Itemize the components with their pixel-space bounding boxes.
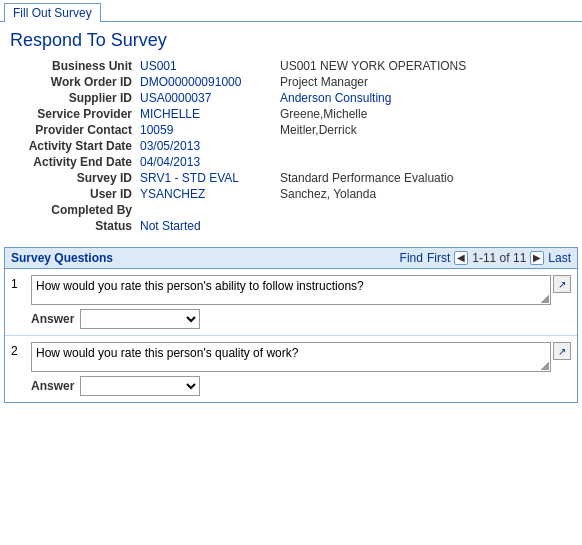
resize-handle[interactable] <box>541 362 549 370</box>
form-field-right-value: Greene,Michelle <box>280 107 367 121</box>
form-row: Completed By <box>10 203 572 217</box>
form-row: Provider Contact10059Meitler,Derrick <box>10 123 572 137</box>
form-field-right-value: Project Manager <box>280 75 368 89</box>
last-link[interactable]: Last <box>548 251 571 265</box>
form-field-right-value: US001 NEW YORK OPERATIONS <box>280 59 466 73</box>
form-field-label: Work Order ID <box>10 75 140 89</box>
survey-section: Survey Questions Find First ◀ 1-11 of 11… <box>4 247 578 403</box>
answer-select[interactable] <box>80 376 200 396</box>
next-arrow[interactable]: ▶ <box>530 251 544 265</box>
form-row: Business UnitUS001US001 NEW YORK OPERATI… <box>10 59 572 73</box>
form-row: Supplier IDUSA0000037Anderson Consulting <box>10 91 572 105</box>
answer-select[interactable] <box>80 309 200 329</box>
form-field-right-value: Anderson Consulting <box>280 91 391 105</box>
form-row: Activity End Date04/04/2013 <box>10 155 572 169</box>
form-field-label: Activity Start Date <box>10 139 140 153</box>
answer-label: Answer <box>31 312 74 326</box>
question-number: 1 <box>11 275 31 291</box>
form-field-label: Survey ID <box>10 171 140 185</box>
form-field-value: US001 <box>140 59 280 73</box>
form-row: Work Order IDDMO00000091000Project Manag… <box>10 75 572 89</box>
form-field-right-value: Meitler,Derrick <box>280 123 357 137</box>
questions-container: 1How would you rate this person's abilit… <box>5 269 577 402</box>
question-number: 2 <box>11 342 31 358</box>
form-field-right-value: Sanchez, Yolanda <box>280 187 376 201</box>
question-text: How would you rate this person's quality… <box>31 342 551 372</box>
expand-icon[interactable]: ↗ <box>553 342 571 360</box>
form-field-label: Business Unit <box>10 59 140 73</box>
form-field-value: YSANCHEZ <box>140 187 280 201</box>
form-row: Activity Start Date03/05/2013 <box>10 139 572 153</box>
form-field-value: SRV1 - STD EVAL <box>140 171 280 185</box>
form-field-value: 03/05/2013 <box>140 139 280 153</box>
tab-bar: Fill Out Survey <box>0 0 582 22</box>
form-row: User IDYSANCHEZSanchez, Yolanda <box>10 187 572 201</box>
form-field-right-value: Standard Performance Evaluatio <box>280 171 453 185</box>
range-label: 1-11 of 11 <box>472 251 526 265</box>
form-field-value: DMO00000091000 <box>140 75 280 89</box>
resize-handle[interactable] <box>541 295 549 303</box>
form-field-value: 10059 <box>140 123 280 137</box>
find-link[interactable]: Find <box>400 251 423 265</box>
form-row: Survey IDSRV1 - STD EVALStandard Perform… <box>10 171 572 185</box>
question-text: How would you rate this person's ability… <box>31 275 551 305</box>
expand-icon[interactable]: ↗ <box>553 275 571 293</box>
form-field-label: Activity End Date <box>10 155 140 169</box>
answer-row: Answer <box>11 305 571 331</box>
answer-row: Answer <box>11 372 571 398</box>
form-field-value: MICHELLE <box>140 107 280 121</box>
page-title: Respond To Survey <box>0 22 582 57</box>
form-field-label: User ID <box>10 187 140 201</box>
form-row: StatusNot Started <box>10 219 572 233</box>
form-field-label: Completed By <box>10 203 140 217</box>
prev-arrow[interactable]: ◀ <box>454 251 468 265</box>
survey-header: Survey Questions Find First ◀ 1-11 of 11… <box>5 248 577 269</box>
form-field-value: Not Started <box>140 219 280 233</box>
form-field-label: Provider Contact <box>10 123 140 137</box>
tab-fill-out-survey[interactable]: Fill Out Survey <box>4 3 101 22</box>
form-field-label: Status <box>10 219 140 233</box>
survey-nav: Find First ◀ 1-11 of 11 ▶ Last <box>400 251 571 265</box>
form-row: Service ProviderMICHELLEGreene,Michelle <box>10 107 572 121</box>
form-field-value: 04/04/2013 <box>140 155 280 169</box>
question-row: 1How would you rate this person's abilit… <box>5 269 577 336</box>
form-area: Business UnitUS001US001 NEW YORK OPERATI… <box>0 57 582 241</box>
form-field-label: Supplier ID <box>10 91 140 105</box>
first-link[interactable]: First <box>427 251 450 265</box>
answer-label: Answer <box>31 379 74 393</box>
form-field-label: Service Provider <box>10 107 140 121</box>
question-row: 2How would you rate this person's qualit… <box>5 336 577 402</box>
form-field-value: USA0000037 <box>140 91 280 105</box>
survey-section-title: Survey Questions <box>11 251 400 265</box>
